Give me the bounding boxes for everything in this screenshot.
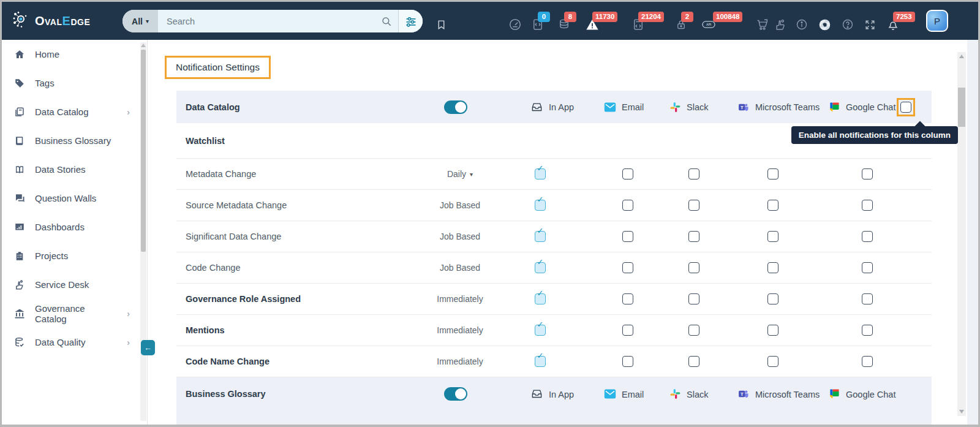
sidebar-item-data-quality[interactable]: Data Quality ›	[2, 328, 147, 357]
checkbox-google-chat[interactable]	[862, 168, 873, 179]
checkbox-microsoft-teams[interactable]	[767, 262, 778, 273]
checkbox-google-chat[interactable]	[862, 200, 873, 211]
slack-icon	[669, 101, 681, 113]
checkbox-in-app[interactable]	[535, 200, 546, 211]
checkbox-slack[interactable]	[688, 200, 699, 211]
checkbox-slack[interactable]	[688, 356, 699, 367]
checkbox-in-app[interactable]	[535, 262, 546, 273]
sidebar-item-tags[interactable]: Tags	[2, 69, 147, 97]
expand-icon[interactable]	[863, 18, 876, 31]
frequency-dropdown[interactable]: Daily▾	[447, 169, 473, 179]
info-icon[interactable]	[795, 18, 809, 31]
ovaledge-logo-text: OvalEdge	[35, 14, 90, 28]
checkbox-slack[interactable]	[688, 325, 699, 336]
alert-triangle-icon[interactable]: 11730	[586, 18, 599, 31]
chevron-right-icon: ›	[127, 338, 138, 347]
data-sources-icon[interactable]: 8	[557, 18, 571, 31]
checkbox-in-app[interactable]	[535, 356, 546, 367]
bookmark-icon[interactable]	[434, 18, 448, 31]
security-count-badge: 2	[681, 12, 693, 22]
microsoft-teams-icon: T	[737, 101, 750, 113]
search-icon[interactable]	[381, 10, 398, 32]
sidebar-item-dashboards[interactable]: Dashboards	[2, 213, 147, 241]
sidebar-item-governance-catalog[interactable]: Governance Catalog ›	[2, 299, 147, 328]
chevron-down-icon: ▾	[146, 18, 149, 25]
checkbox-microsoft-teams[interactable]	[767, 200, 778, 211]
notification-type-label: Source Metadata Change	[186, 200, 287, 210]
query-count-badge: 0	[538, 12, 550, 22]
sidebar-item-question-walls[interactable]: Question Walls	[2, 184, 147, 213]
checkbox-microsoft-teams[interactable]	[767, 325, 778, 336]
search-scope-dropdown[interactable]: All▾	[123, 10, 158, 32]
checkbox-email[interactable]	[622, 325, 633, 336]
cart-icon[interactable]	[755, 18, 769, 31]
sidebar-item-home[interactable]: Home	[2, 40, 147, 69]
sidebar-item-data-stories[interactable]: Data Stories	[2, 155, 147, 184]
checkbox-email[interactable]	[622, 262, 633, 273]
scroll-down-arrow-icon[interactable]	[959, 410, 964, 414]
main-scrollbar-thumb[interactable]	[958, 88, 965, 127]
sidebar-item-projects[interactable]: Projects	[2, 241, 147, 270]
checkbox-slack[interactable]	[688, 293, 699, 304]
advanced-search-filters-button[interactable]	[398, 10, 423, 32]
user-avatar[interactable]: P	[926, 10, 948, 32]
checkbox-email[interactable]	[622, 168, 633, 179]
checkbox-email[interactable]	[622, 356, 633, 367]
notification-row-code-name-change: Code Name Change Immediately	[176, 346, 932, 377]
checkbox-google-chat[interactable]	[862, 231, 873, 242]
checkbox-google-chat[interactable]	[862, 356, 873, 367]
checkbox-microsoft-teams[interactable]	[767, 293, 778, 304]
checkbox-microsoft-teams[interactable]	[767, 356, 778, 367]
checkbox-slack[interactable]	[688, 262, 699, 273]
sidebar-scrollbar-thumb[interactable]	[141, 50, 146, 252]
global-search: All▾	[123, 10, 423, 32]
sidebar-item-data-catalog[interactable]: Data Catalog ›	[2, 97, 147, 126]
ovaledge-logo[interactable]: OvalEdge	[12, 2, 90, 40]
gauge-icon[interactable]	[508, 18, 522, 31]
checkbox-email[interactable]	[622, 231, 633, 242]
sidebar-item-business-glossary[interactable]: Business Glossary	[2, 126, 147, 155]
checkbox-google-chat[interactable]	[862, 325, 873, 336]
sidebar-scrollbar[interactable]	[140, 42, 146, 421]
checkbox-slack[interactable]	[688, 168, 699, 179]
sidebar-item-service-desk[interactable]: Service Desk	[2, 270, 147, 299]
checkbox-microsoft-teams[interactable]	[767, 168, 778, 179]
checkbox-in-app[interactable]	[535, 231, 546, 242]
notification-type-label: Metadata Change	[186, 169, 256, 179]
api-icon[interactable]: API 100848	[702, 18, 715, 31]
checkbox-email[interactable]	[622, 293, 633, 304]
svg-text:API: API	[706, 23, 712, 26]
data-sources-count-badge: 8	[564, 12, 576, 22]
notification-type-label: Code Change	[186, 263, 241, 273]
in-app-icon	[530, 388, 543, 400]
hand-pen-icon[interactable]	[774, 18, 787, 31]
help-icon[interactable]	[841, 18, 854, 31]
checkbox-microsoft-teams[interactable]	[767, 231, 778, 242]
page-title: Notification Settings	[165, 56, 271, 79]
query-sheet-icon[interactable]: 0	[531, 18, 545, 31]
channel-header-microsoft-teams: T Microsoft Teams	[737, 388, 820, 400]
business-glossary-toggle[interactable]	[444, 387, 467, 401]
sidebar-collapse-button[interactable]: ←	[141, 340, 155, 355]
channel-header-email: Email	[604, 102, 644, 112]
enable-all-column-checkbox[interactable]	[900, 102, 911, 113]
checkbox-in-app[interactable]	[535, 293, 546, 304]
main-scrollbar[interactable]	[957, 52, 966, 416]
checkbox-google-chat[interactable]	[862, 262, 873, 273]
checkbox-email[interactable]	[622, 200, 633, 211]
data-catalog-toggle[interactable]	[444, 100, 467, 114]
notification-row-code-change: Code Change Job Based	[176, 252, 932, 283]
lock-icon[interactable]: 2	[674, 18, 688, 31]
browser-icon[interactable]	[818, 18, 831, 31]
checkbox-in-app[interactable]	[535, 168, 546, 179]
scroll-up-arrow-icon[interactable]	[959, 55, 964, 58]
code-jobs-icon[interactable]: 21204	[631, 18, 645, 31]
scroll-up-arrow-icon[interactable]	[141, 43, 146, 47]
checkbox-in-app[interactable]	[535, 325, 546, 336]
notifications-bell-icon[interactable]: 7253	[886, 18, 900, 31]
checkbox-google-chat[interactable]	[862, 293, 873, 304]
notification-row-metadata-change: Metadata Change Daily▾	[176, 158, 932, 189]
sidebar-navigation: Home Tags Data Catalog › Business Glossa…	[2, 40, 148, 425]
checkbox-slack[interactable]	[688, 231, 699, 242]
search-input[interactable]	[158, 10, 381, 32]
